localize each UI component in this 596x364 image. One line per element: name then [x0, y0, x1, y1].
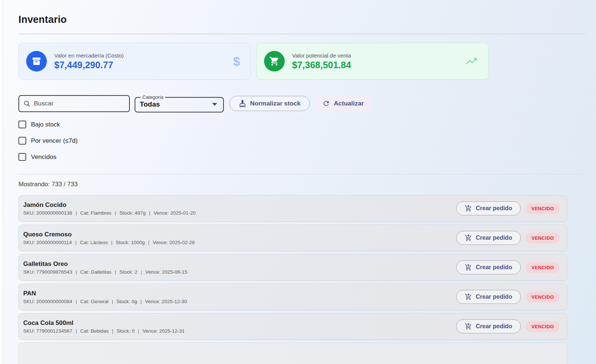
refresh-label: Actualizar	[334, 100, 364, 107]
product-meta-segment: Stock: 2	[119, 269, 138, 275]
dollar-icon: $	[233, 54, 240, 69]
expiring-label: Por vencer (≤7d)	[31, 137, 78, 145]
product-meta-segment: Cat: General	[80, 299, 108, 304]
add-to-cart-icon	[465, 323, 472, 330]
meta-separator: |	[76, 328, 77, 334]
meta-separator: |	[111, 240, 112, 245]
product-info: PAN SKU: 2000000000084|Cat: General|Stoc…	[23, 290, 187, 304]
add-to-cart-icon	[465, 264, 472, 271]
product-meta-segment: Cat: Fiambres	[80, 210, 111, 216]
status-badge: VENCIDO	[526, 292, 559, 302]
meta-separator: |	[115, 210, 116, 216]
product-name: PAN	[23, 290, 187, 297]
product-meta-segment: Vence: 2025-12-31	[143, 328, 185, 334]
stat-value-cost: $7,449,290.77	[54, 60, 124, 70]
meta-separator: |	[115, 269, 116, 275]
product-meta-segment: Vence: 2025-06-15	[145, 269, 187, 275]
create-order-button[interactable]: Crear pedido	[456, 201, 521, 215]
list-item: Queso Cremoso SKU: 2000000000114|Cat: Lá…	[18, 225, 567, 251]
checkbox-row-expiring: Por vencer (≤7d)	[18, 137, 136, 145]
product-info: Coca Cola 500ml SKU: 7790001234567|Cat: …	[23, 319, 185, 334]
showing-count: Mostrando: 733 / 733	[18, 181, 586, 188]
expiring-checkbox[interactable]	[18, 137, 26, 145]
meta-separator: |	[76, 269, 77, 275]
product-meta-segment: SKU: 2000000000114	[23, 240, 72, 245]
normalize-stock-label: Normalizar stock	[250, 100, 301, 107]
product-meta: SKU: 2000000000084|Cat: General|Stock: 0…	[23, 299, 187, 304]
meta-separator: |	[76, 299, 77, 304]
brush-icon	[239, 100, 246, 107]
meta-separator: |	[141, 269, 142, 275]
header-divider	[18, 34, 586, 34]
create-order-button[interactable]: Crear pedido	[456, 260, 521, 274]
create-order-button[interactable]: Crear pedido	[456, 319, 521, 333]
meta-separator: |	[141, 299, 142, 304]
create-order-label: Crear pedido	[476, 235, 512, 241]
search-box	[18, 95, 130, 112]
meta-separator: |	[76, 210, 77, 216]
product-actions: Crear pedido VENCIDO	[456, 231, 559, 245]
product-actions: Crear pedido VENCIDO	[456, 290, 559, 304]
category-select-label: Categoría	[141, 94, 165, 100]
checkbox-row-expired: Vencidos	[18, 153, 136, 161]
checkbox-row-low-stock: Bajo stock	[18, 121, 136, 128]
stat-label-potential: Valor potencial de venta	[292, 52, 351, 59]
stat-texts-potential: Valor potencial de venta $7,368,501.84	[292, 52, 351, 70]
create-order-button[interactable]: Crear pedido	[456, 231, 521, 245]
product-actions: Crear pedido VENCIDO	[456, 201, 559, 215]
product-meta-segment: Vence: 2025-12-30	[145, 299, 187, 304]
create-order-label: Crear pedido	[476, 294, 512, 300]
product-meta-segment: SKU: 7790001234567	[23, 328, 72, 334]
stats-row: Valor en mercadería (Costo) $7,449,290.7…	[18, 43, 586, 80]
trending-up-icon	[465, 55, 478, 68]
product-meta-segment: Stock: 0	[117, 328, 135, 334]
product-name: Queso Cremoso	[23, 231, 195, 238]
chevron-down-icon	[212, 103, 217, 106]
expired-checkbox[interactable]	[18, 153, 26, 161]
list-item: Coca Cola 500ml SKU: 7790001234567|Cat: …	[18, 313, 567, 340]
status-badge: VENCIDO	[526, 233, 559, 243]
add-to-cart-icon	[465, 293, 472, 301]
category-select[interactable]: Categoría Todas	[135, 94, 224, 112]
meta-separator: |	[138, 328, 139, 334]
search-input[interactable]	[34, 100, 125, 107]
product-meta-segment: SKU: 7790009876543	[23, 269, 72, 275]
product-meta-segment: Cat: Galletitas	[80, 269, 111, 275]
refresh-button[interactable]: Actualizar	[314, 96, 372, 111]
product-name: Jamón Cocido	[23, 201, 196, 209]
product-info: Queso Cremoso SKU: 2000000000114|Cat: Lá…	[23, 231, 195, 245]
stat-card-potential: Valor potencial de venta $7,368,501.84	[256, 43, 489, 80]
stat-card-cost: Valor en mercadería (Costo) $7,449,290.7…	[18, 43, 251, 80]
product-meta-segment: Stock: 1000g	[116, 240, 145, 245]
filter-checkboxes: Bajo stock Por vencer (≤7d) Vencidos	[18, 121, 136, 161]
low-stock-checkbox[interactable]	[18, 121, 26, 128]
low-stock-label: Bajo stock	[31, 121, 60, 128]
meta-separator: |	[112, 299, 113, 304]
product-info: Galletitas Oreo SKU: 7790009876543|Cat: …	[23, 260, 187, 275]
list-item: Galletitas Oreo SKU: 7790009876543|Cat: …	[18, 254, 567, 281]
list-item: Jamón Cocido SKU: 2000000000138|Cat: Fia…	[18, 195, 567, 222]
product-meta: SKU: 7790001234567|Cat: Bebidas|Stock: 0…	[23, 328, 185, 334]
create-order-label: Crear pedido	[476, 323, 512, 330]
inventory-box-icon	[26, 51, 47, 72]
list-item: PAN SKU: 2000000000084|Cat: General|Stoc…	[18, 284, 567, 310]
create-order-label: Crear pedido	[476, 264, 512, 271]
product-meta-segment: Stock: 497g	[119, 210, 146, 216]
filter-row: Categoría Todas Normalizar stock Actuali…	[18, 94, 586, 112]
status-badge: VENCIDO	[526, 203, 559, 214]
product-meta: SKU: 7790009876543|Cat: Galletitas|Stock…	[23, 269, 187, 275]
create-order-button[interactable]: Crear pedido	[456, 290, 521, 304]
inventory-page: Inventario Valor en mercadería (Costo) $…	[0, 14, 596, 364]
product-meta-segment: Vence: 2025-02-28	[153, 240, 195, 245]
product-meta-segment: Stock: 0g	[116, 299, 137, 304]
list-item-partial	[18, 343, 567, 364]
meta-separator: |	[112, 328, 114, 334]
shopping-cart-icon	[264, 51, 285, 72]
product-meta-segment: Vence: 2025-01-20	[154, 210, 196, 216]
results-divider	[18, 174, 586, 174]
meta-separator: |	[75, 240, 77, 245]
refresh-icon	[322, 100, 330, 107]
page-title: Inventario	[18, 14, 586, 25]
normalize-stock-button[interactable]: Normalizar stock	[229, 96, 310, 111]
product-meta-segment: SKU: 2000000000084	[23, 299, 72, 304]
